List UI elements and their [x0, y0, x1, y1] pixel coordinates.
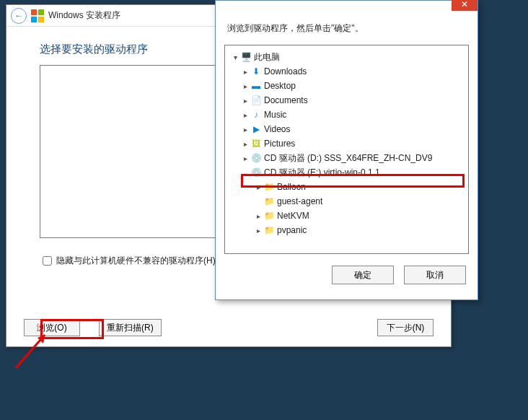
folder-icon: 📁 [263, 196, 276, 206]
tree-balloon[interactable]: ▸ 📁 Balloon [228, 180, 465, 194]
rescan-button[interactable]: 重新扫描(R) [99, 319, 162, 336]
chevron-right-icon[interactable]: ▸ [241, 140, 250, 148]
tree-label: CD 驱动器 (D:) SSS_X64FRE_ZH-CN_DV9 [264, 152, 432, 165]
chevron-down-icon[interactable]: ⌄ [241, 169, 250, 177]
chevron-right-icon[interactable]: ▸ [241, 126, 250, 134]
tree-label: NetKVM [277, 211, 309, 221]
cd-drive-icon: 💿 [250, 153, 263, 163]
chevron-right-icon[interactable]: ▸ [254, 212, 263, 220]
folder-icon: 📁 [263, 182, 276, 192]
videos-icon: ▶ [250, 124, 263, 134]
tree-label: Desktop [264, 81, 296, 91]
tree-cd-drive-e[interactable]: ⌄ 💿 CD 驱动器 (E:) virtio-win-0.1.1 [228, 165, 465, 180]
installer-footer: 浏览(O) 重新扫描(R) 下一步(N) [6, 319, 451, 336]
hide-incompatible-label: 隐藏与此计算机硬件不兼容的驱动程序(H) [56, 255, 216, 267]
tree-pvpanic[interactable]: ▸ 📁 pvpanic [228, 223, 465, 237]
tree-label: Documents [264, 95, 308, 105]
browse-folder-dialog: ✕ 浏览到驱动程序，然后单击"确定"。 ▾ 🖥️ 此电脑 ▸ ⬇ Downloa… [215, 0, 478, 300]
pictures-icon: 🖼 [250, 139, 263, 149]
chevron-right-icon[interactable]: ▸ [254, 227, 263, 235]
browse-instruction: 浏览到驱动程序，然后单击"确定"。 [216, 11, 478, 42]
tree-pictures[interactable]: ▸ 🖼 Pictures [228, 136, 465, 151]
music-icon: ♪ [250, 110, 263, 120]
documents-icon: 📄 [250, 95, 263, 105]
tree-this-pc[interactable]: ▾ 🖥️ 此电脑 [228, 50, 465, 64]
chevron-down-icon[interactable]: ▾ [231, 53, 239, 61]
hide-incompatible-checkbox[interactable] [43, 256, 52, 266]
next-button[interactable]: 下一步(N) [377, 319, 434, 336]
tree-label: 此电脑 [254, 51, 280, 64]
desktop-icon: ▬ [250, 81, 263, 91]
tree-label: Pictures [264, 139, 295, 149]
tree-label: guest-agent [277, 196, 322, 206]
tree-label: Music [264, 110, 286, 120]
tree-label: Downloads [264, 66, 307, 76]
cd-drive-icon: 💿 [250, 167, 263, 178]
folder-tree[interactable]: ▾ 🖥️ 此电脑 ▸ ⬇ Downloads ▸ ▬ Desktop ▸ 📄 D… [224, 45, 469, 254]
tree-downloads[interactable]: ▸ ⬇ Downloads [228, 64, 465, 79]
installer-title: Windows 安装程序 [48, 9, 120, 22]
chevron-right-icon[interactable]: ▸ [241, 97, 250, 105]
tree-videos[interactable]: ▸ ▶ Videos [228, 122, 465, 136]
tree-label: Videos [264, 124, 290, 134]
chevron-right-icon[interactable]: ▸ [241, 82, 250, 90]
tree-desktop[interactable]: ▸ ▬ Desktop [228, 79, 465, 93]
downloads-icon: ⬇ [250, 66, 263, 76]
chevron-right-icon[interactable]: ▸ [241, 68, 250, 76]
browse-button-row: 确定 取消 [216, 260, 478, 293]
folder-icon: 📁 [263, 225, 276, 235]
cancel-button[interactable]: 取消 [404, 266, 466, 284]
computer-icon: 🖥️ [239, 52, 252, 62]
tree-documents[interactable]: ▸ 📄 Documents [228, 93, 465, 108]
close-icon[interactable]: ✕ [452, 0, 478, 11]
browse-titlebar: ✕ [216, 1, 478, 11]
folder-icon: 📁 [263, 211, 276, 221]
chevron-right-icon[interactable]: ▸ [241, 111, 250, 119]
tree-label: Balloon [277, 182, 306, 192]
back-arrow-icon[interactable]: ← [11, 8, 27, 24]
chevron-right-icon[interactable]: ▸ [254, 183, 263, 191]
tree-label: pvpanic [277, 225, 307, 235]
tree-netkvm[interactable]: ▸ 📁 NetKVM [228, 209, 465, 223]
tree-music[interactable]: ▸ ♪ Music [228, 108, 465, 122]
tree-cd-drive-d[interactable]: ▸ 💿 CD 驱动器 (D:) SSS_X64FRE_ZH-CN_DV9 [228, 151, 465, 165]
chevron-right-icon[interactable]: ▸ [241, 154, 250, 162]
browse-button[interactable]: 浏览(O) [24, 319, 80, 336]
ok-button[interactable]: 确定 [332, 266, 394, 284]
tree-label: CD 驱动器 (E:) virtio-win-0.1.1 [264, 167, 380, 179]
tree-guest-agent[interactable]: 📁 guest-agent [228, 194, 465, 209]
windows-flag-icon [31, 9, 44, 22]
